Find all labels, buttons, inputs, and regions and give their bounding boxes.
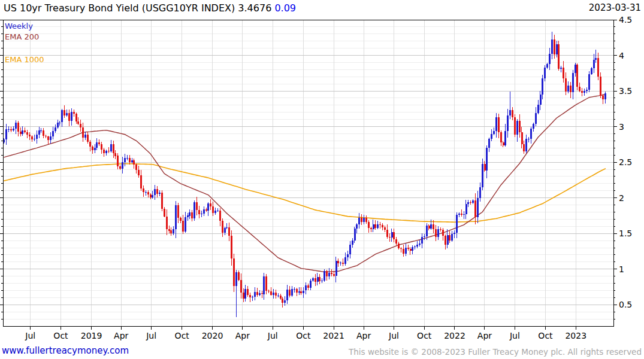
x-axis-label: Apr xyxy=(235,331,250,340)
legend-ema1000: EMA 1000 xyxy=(5,55,44,64)
grid-vertical-layer xyxy=(31,20,576,326)
x-axis-label: Oct xyxy=(175,331,190,340)
grid-major-layer xyxy=(3,56,613,305)
legend-ema200: EMA 200 xyxy=(5,32,39,41)
chart-window: US 10yr Treasury Bond Yield (USGG10YR IN… xyxy=(0,0,644,359)
y-axis-label: 4 xyxy=(619,51,624,60)
website-link[interactable]: www.fullertreacymoney.com xyxy=(2,345,129,356)
x-axis-label: Oct xyxy=(538,331,553,340)
y-axis-label: 2.5 xyxy=(619,157,632,167)
y-axis-labels: 0.511.522.533.544.5 xyxy=(619,15,632,309)
x-axis-label: Jul xyxy=(25,331,35,340)
chart-canvas: 0.511.522.533.544.5JulOct2019AprJulOct20… xyxy=(0,0,644,359)
y-axis-label: 2 xyxy=(619,193,624,203)
plot-border xyxy=(3,20,613,326)
x-axis-label: 2023 xyxy=(565,331,586,340)
grid-minor-layer xyxy=(3,27,613,319)
x-axis-label: Jul xyxy=(509,331,520,340)
y-axis-label: 4.5 xyxy=(619,15,632,25)
x-axis-label: 2021 xyxy=(323,331,344,340)
x-axis-label: 2022 xyxy=(444,331,465,340)
x-axis-label: Jul xyxy=(267,331,278,340)
x-axis-label: Apr xyxy=(356,331,371,340)
x-axis-label: Oct xyxy=(53,331,68,340)
x-axis-label: 2020 xyxy=(202,331,223,340)
x-axis-label: Apr xyxy=(114,331,128,340)
x-axis-label: Oct xyxy=(417,331,432,340)
x-axis-label: 2019 xyxy=(81,331,102,340)
y-axis-label: 1 xyxy=(619,264,624,274)
x-axis-labels: JulOct2019AprJulOct2020AprJulOct2021AprJ… xyxy=(25,326,586,340)
ema1000-line xyxy=(4,164,606,223)
candles-layer xyxy=(3,32,606,317)
y-axis-label: 1.5 xyxy=(619,229,632,238)
x-axis-label: Jul xyxy=(388,331,399,340)
copyright-text: This website is © 2008-2023 Fuller Treac… xyxy=(349,347,642,357)
y-axis-label: 0.5 xyxy=(619,300,632,309)
x-axis-label: Oct xyxy=(296,331,311,340)
x-axis-label: Apr xyxy=(477,331,492,340)
y-axis-label: 3 xyxy=(619,122,624,132)
x-axis-label: Jul xyxy=(146,331,156,340)
y-axis-label: 3.5 xyxy=(619,86,632,96)
legend-weekly: Weekly xyxy=(5,22,33,31)
